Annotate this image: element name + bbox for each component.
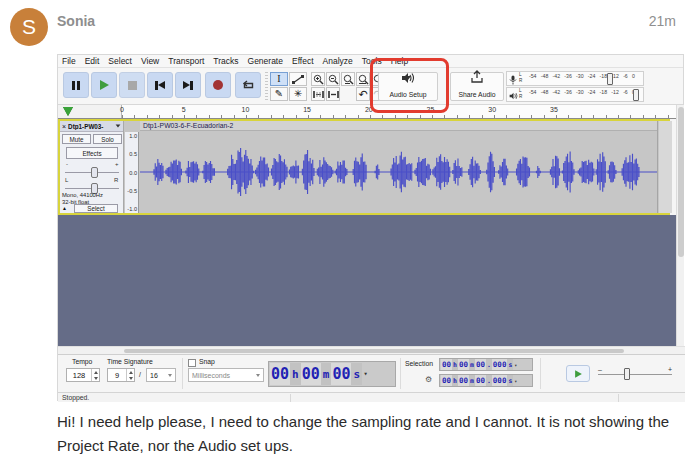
playback-speed-slider[interactable]: – + <box>598 367 672 381</box>
time-digit[interactable]: 00 <box>441 375 452 386</box>
speed-slider-thumb[interactable] <box>624 368 630 380</box>
time-digit[interactable]: 00 <box>475 375 486 386</box>
track-header[interactable]: × Dtp1-PW03- <box>60 121 123 132</box>
time-digit[interactable]: 00 <box>331 363 351 385</box>
loop-button[interactable] <box>235 72 261 98</box>
time-digit[interactable]: 000 <box>492 375 508 386</box>
meter-scale-value: -18 <box>600 89 608 95</box>
skip-to-end-button[interactable] <box>175 72 201 98</box>
ruler-tick-label: 15 <box>303 106 311 113</box>
silence-audio-button[interactable] <box>326 87 340 101</box>
track-select-button[interactable]: Select <box>74 204 118 213</box>
vertical-scrollbar-thumb[interactable] <box>678 107 684 257</box>
menu-item-select[interactable]: Select <box>108 56 132 66</box>
effects-button[interactable]: Effects <box>66 147 118 159</box>
meter-scale-value: -54 <box>529 73 537 79</box>
time-digit[interactable]: 00 <box>270 363 290 385</box>
track-control-panel[interactable]: × Dtp1-PW03- Mute Solo Effects - + L R M… <box>60 121 124 213</box>
snap-checkbox[interactable] <box>188 359 196 367</box>
menu-item-view[interactable]: View <box>141 56 159 66</box>
time-digit[interactable]: 00 <box>475 359 486 370</box>
time-unit[interactable]: h <box>290 363 301 385</box>
selection-end-field[interactable]: 00h00m00.000s▾ <box>439 374 533 387</box>
tempo-spinner[interactable]: 128 <box>66 368 100 382</box>
audio-track[interactable]: × Dtp1-PW03- Mute Solo Effects - + L R M… <box>58 119 670 215</box>
menu-item-edit[interactable]: Edit <box>85 56 100 66</box>
clip-title[interactable]: Dtp1-PW03-6-F-Ecuadorian-2 <box>140 121 657 131</box>
audio-clip[interactable]: Dtp1-PW03-6-F-Ecuadorian-2 <box>140 121 658 213</box>
zoom-fit-button[interactable] <box>356 72 370 86</box>
meter-scale-value: 0 <box>632 73 635 79</box>
menu-item-generate[interactable]: Generate <box>248 56 283 66</box>
upload-icon <box>471 70 483 83</box>
audacity-screenshot[interactable]: FileEditSelectViewTransportTracksGenerat… <box>57 54 684 401</box>
time-digit[interactable]: 000 <box>492 359 508 370</box>
time-digit[interactable]: 00 <box>458 359 469 370</box>
playback-meter[interactable]: LR -54-48-42-36-30-24-18-12-60 <box>506 87 644 102</box>
envelope-icon <box>292 75 304 84</box>
horizontal-scrollbar[interactable] <box>58 346 685 354</box>
menu-item-transport[interactable]: Transport <box>168 56 204 66</box>
vertical-scrollbar[interactable] <box>676 105 684 346</box>
time-format-caret-icon[interactable]: ▾ <box>513 375 518 386</box>
pause-button[interactable] <box>63 72 89 98</box>
timesig-upper-spinner[interactable]: 9 <box>107 368 135 382</box>
avatar[interactable]: S <box>10 8 48 46</box>
highlight-annotation <box>370 58 449 113</box>
track-name[interactable]: Dtp1-PW03- <box>68 123 115 130</box>
menu-item-effect[interactable]: Effect <box>292 56 314 66</box>
skip-to-start-button[interactable] <box>147 72 173 98</box>
toolbar-grip[interactable] <box>265 72 268 100</box>
waveform[interactable] <box>140 131 657 213</box>
spinner-arrows[interactable] <box>91 369 99 381</box>
solo-button[interactable]: Solo <box>93 134 122 144</box>
ruler-tick-label: 5 <box>182 106 186 113</box>
record-button[interactable] <box>205 72 231 98</box>
track-menu-caret-icon[interactable] <box>116 124 121 127</box>
horizontal-scrollbar-thumb[interactable] <box>124 349 624 353</box>
mute-button[interactable]: Mute <box>62 134 91 144</box>
pan-slider[interactable] <box>65 187 119 190</box>
undo-button[interactable]: ↶ <box>356 87 370 101</box>
recording-meter[interactable]: LR -54-48-42-36-30-24-18-12-60 <box>506 71 644 86</box>
play-button[interactable] <box>91 72 117 98</box>
ruler-tick-label: 0 <box>120 106 124 113</box>
zoom-selection-button[interactable] <box>341 72 355 86</box>
collapse-track-icon[interactable]: ▲ <box>62 205 67 211</box>
gain-slider[interactable] <box>65 171 119 174</box>
menu-item-tracks[interactable]: Tracks <box>213 56 238 66</box>
snap-mode-dropdown[interactable]: Milliseconds <box>188 368 264 382</box>
play-at-speed-button[interactable] <box>566 365 590 382</box>
envelope-tool-button[interactable] <box>289 72 307 86</box>
zoom-out-button[interactable] <box>326 72 340 86</box>
share-audio-button[interactable]: Share Audio <box>450 72 504 101</box>
speed-min-label: – <box>598 366 602 373</box>
post-author[interactable]: Sonia <box>57 13 95 29</box>
playback-volume-slider[interactable] <box>633 89 639 101</box>
timesig-lower-dropdown[interactable]: 16 <box>146 368 176 382</box>
gain-slider-thumb[interactable] <box>91 167 98 178</box>
draw-tool-button[interactable]: ✎ <box>270 87 288 101</box>
close-track-icon[interactable]: × <box>62 123 66 130</box>
menu-item-file[interactable]: File <box>62 56 76 66</box>
audio-position-display[interactable]: 00h00m00s▾ <box>268 361 396 387</box>
time-unit[interactable]: s <box>351 363 362 385</box>
speaker-small-icon <box>509 91 518 101</box>
recording-volume-slider[interactable] <box>607 73 613 85</box>
timeline-ruler[interactable]: 05101520253035 <box>58 105 676 119</box>
time-format-caret-icon[interactable]: ▾ <box>513 359 518 370</box>
stop-button[interactable] <box>119 72 145 98</box>
time-digit[interactable]: 00 <box>301 363 321 385</box>
multi-tool-button[interactable]: ✳ <box>289 87 307 101</box>
time-digit[interactable]: 00 <box>458 375 469 386</box>
selection-start-field[interactable]: 00h00m00.000s▾ <box>439 358 533 371</box>
time-unit[interactable]: m <box>321 363 332 385</box>
time-format-caret-icon[interactable]: ▾ <box>362 363 369 385</box>
zoom-in-button[interactable] <box>311 72 325 86</box>
spinner-arrows[interactable] <box>126 369 134 381</box>
trim-audio-button[interactable] <box>311 87 325 101</box>
time-digit[interactable]: 00 <box>441 359 452 370</box>
menu-item-analyze[interactable]: Analyze <box>323 56 353 66</box>
selection-tool-button[interactable]: I <box>270 72 288 86</box>
selection-settings-gear-icon[interactable]: ⚙ <box>425 375 432 384</box>
